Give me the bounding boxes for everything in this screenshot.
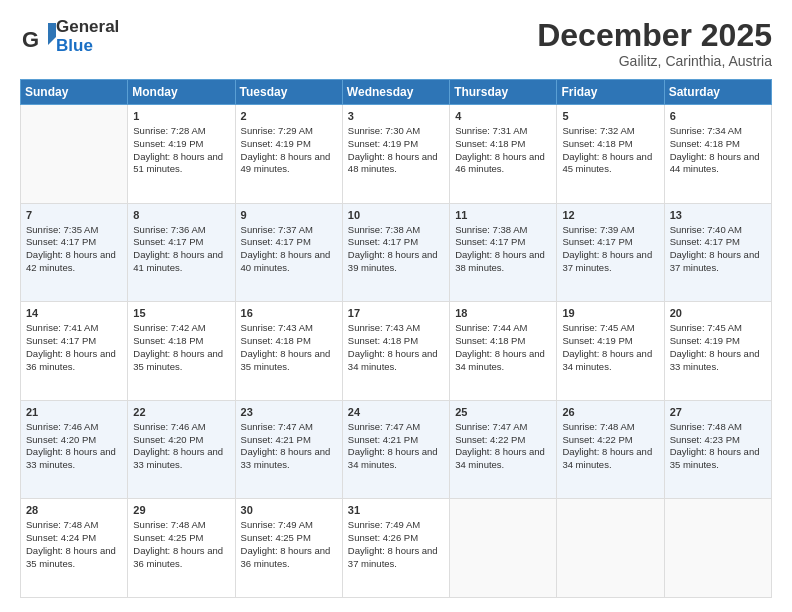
sunset-text: Sunset: 4:17 PM [26, 335, 96, 346]
logo-blue: Blue [56, 37, 119, 56]
daylight-text: Daylight: 8 hours and 34 minutes. [562, 348, 652, 372]
day-number: 6 [670, 109, 766, 124]
sunrise-text: Sunrise: 7:45 AM [562, 322, 634, 333]
sunset-text: Sunset: 4:25 PM [133, 532, 203, 543]
table-row: 18Sunrise: 7:44 AMSunset: 4:18 PMDayligh… [450, 302, 557, 401]
col-saturday: Saturday [664, 80, 771, 105]
svg-marker-2 [48, 23, 56, 37]
sunset-text: Sunset: 4:21 PM [348, 434, 418, 445]
table-row: 4Sunrise: 7:31 AMSunset: 4:18 PMDaylight… [450, 105, 557, 204]
daylight-text: Daylight: 8 hours and 33 minutes. [133, 446, 223, 470]
table-row: 5Sunrise: 7:32 AMSunset: 4:18 PMDaylight… [557, 105, 664, 204]
sunrise-text: Sunrise: 7:34 AM [670, 125, 742, 136]
sunrise-text: Sunrise: 7:39 AM [562, 224, 634, 235]
table-row: 2Sunrise: 7:29 AMSunset: 4:19 PMDaylight… [235, 105, 342, 204]
sunset-text: Sunset: 4:19 PM [670, 335, 740, 346]
daylight-text: Daylight: 8 hours and 37 minutes. [348, 545, 438, 569]
sunrise-text: Sunrise: 7:42 AM [133, 322, 205, 333]
table-row: 16Sunrise: 7:43 AMSunset: 4:18 PMDayligh… [235, 302, 342, 401]
day-number: 29 [133, 503, 229, 518]
sunrise-text: Sunrise: 7:35 AM [26, 224, 98, 235]
day-number: 17 [348, 306, 444, 321]
daylight-text: Daylight: 8 hours and 36 minutes. [133, 545, 223, 569]
table-row: 6Sunrise: 7:34 AMSunset: 4:18 PMDaylight… [664, 105, 771, 204]
day-number: 11 [455, 208, 551, 223]
daylight-text: Daylight: 8 hours and 34 minutes. [455, 446, 545, 470]
col-wednesday: Wednesday [342, 80, 449, 105]
sunset-text: Sunset: 4:17 PM [562, 236, 632, 247]
sunrise-text: Sunrise: 7:30 AM [348, 125, 420, 136]
sunrise-text: Sunrise: 7:46 AM [133, 421, 205, 432]
sunrise-text: Sunrise: 7:32 AM [562, 125, 634, 136]
sunrise-text: Sunrise: 7:48 AM [562, 421, 634, 432]
day-number: 8 [133, 208, 229, 223]
table-row: 20Sunrise: 7:45 AMSunset: 4:19 PMDayligh… [664, 302, 771, 401]
day-number: 30 [241, 503, 337, 518]
sunrise-text: Sunrise: 7:47 AM [348, 421, 420, 432]
daylight-text: Daylight: 8 hours and 34 minutes. [348, 348, 438, 372]
table-row: 30Sunrise: 7:49 AMSunset: 4:25 PMDayligh… [235, 499, 342, 598]
sunrise-text: Sunrise: 7:47 AM [455, 421, 527, 432]
sunrise-text: Sunrise: 7:41 AM [26, 322, 98, 333]
table-row: 22Sunrise: 7:46 AMSunset: 4:20 PMDayligh… [128, 400, 235, 499]
daylight-text: Daylight: 8 hours and 36 minutes. [241, 545, 331, 569]
sunset-text: Sunset: 4:20 PM [133, 434, 203, 445]
daylight-text: Daylight: 8 hours and 35 minutes. [241, 348, 331, 372]
daylight-text: Daylight: 8 hours and 39 minutes. [348, 249, 438, 273]
calendar-week-row: 28Sunrise: 7:48 AMSunset: 4:24 PMDayligh… [21, 499, 772, 598]
sunset-text: Sunset: 4:18 PM [455, 138, 525, 149]
day-number: 2 [241, 109, 337, 124]
day-number: 13 [670, 208, 766, 223]
sunrise-text: Sunrise: 7:48 AM [26, 519, 98, 530]
sunrise-text: Sunrise: 7:45 AM [670, 322, 742, 333]
sunset-text: Sunset: 4:18 PM [241, 335, 311, 346]
table-row: 7Sunrise: 7:35 AMSunset: 4:17 PMDaylight… [21, 203, 128, 302]
sunrise-text: Sunrise: 7:44 AM [455, 322, 527, 333]
logo: G General Blue [20, 18, 119, 55]
table-row: 31Sunrise: 7:49 AMSunset: 4:26 PMDayligh… [342, 499, 449, 598]
table-row: 12Sunrise: 7:39 AMSunset: 4:17 PMDayligh… [557, 203, 664, 302]
sunrise-text: Sunrise: 7:43 AM [348, 322, 420, 333]
table-row [450, 499, 557, 598]
svg-text:G: G [22, 27, 39, 52]
daylight-text: Daylight: 8 hours and 34 minutes. [562, 446, 652, 470]
day-number: 20 [670, 306, 766, 321]
sunset-text: Sunset: 4:17 PM [348, 236, 418, 247]
logo-general: General [56, 18, 119, 37]
daylight-text: Daylight: 8 hours and 38 minutes. [455, 249, 545, 273]
sunset-text: Sunset: 4:17 PM [241, 236, 311, 247]
col-tuesday: Tuesday [235, 80, 342, 105]
sunrise-text: Sunrise: 7:31 AM [455, 125, 527, 136]
table-row: 23Sunrise: 7:47 AMSunset: 4:21 PMDayligh… [235, 400, 342, 499]
daylight-text: Daylight: 8 hours and 37 minutes. [670, 249, 760, 273]
sunrise-text: Sunrise: 7:28 AM [133, 125, 205, 136]
sunrise-text: Sunrise: 7:49 AM [348, 519, 420, 530]
col-sunday: Sunday [21, 80, 128, 105]
sunset-text: Sunset: 4:24 PM [26, 532, 96, 543]
daylight-text: Daylight: 8 hours and 42 minutes. [26, 249, 116, 273]
table-row: 26Sunrise: 7:48 AMSunset: 4:22 PMDayligh… [557, 400, 664, 499]
day-number: 15 [133, 306, 229, 321]
table-row: 9Sunrise: 7:37 AMSunset: 4:17 PMDaylight… [235, 203, 342, 302]
sunset-text: Sunset: 4:22 PM [562, 434, 632, 445]
table-row: 24Sunrise: 7:47 AMSunset: 4:21 PMDayligh… [342, 400, 449, 499]
calendar-week-row: 7Sunrise: 7:35 AMSunset: 4:17 PMDaylight… [21, 203, 772, 302]
day-number: 1 [133, 109, 229, 124]
day-number: 3 [348, 109, 444, 124]
sunset-text: Sunset: 4:17 PM [455, 236, 525, 247]
calendar-table: Sunday Monday Tuesday Wednesday Thursday… [20, 79, 772, 598]
sunset-text: Sunset: 4:21 PM [241, 434, 311, 445]
col-friday: Friday [557, 80, 664, 105]
daylight-text: Daylight: 8 hours and 49 minutes. [241, 151, 331, 175]
sunset-text: Sunset: 4:23 PM [670, 434, 740, 445]
table-row: 13Sunrise: 7:40 AMSunset: 4:17 PMDayligh… [664, 203, 771, 302]
col-monday: Monday [128, 80, 235, 105]
logo-icon: G [20, 19, 56, 55]
day-number: 25 [455, 405, 551, 420]
sunset-text: Sunset: 4:25 PM [241, 532, 311, 543]
day-number: 23 [241, 405, 337, 420]
sunrise-text: Sunrise: 7:40 AM [670, 224, 742, 235]
sunset-text: Sunset: 4:19 PM [133, 138, 203, 149]
day-number: 7 [26, 208, 122, 223]
sunset-text: Sunset: 4:17 PM [670, 236, 740, 247]
